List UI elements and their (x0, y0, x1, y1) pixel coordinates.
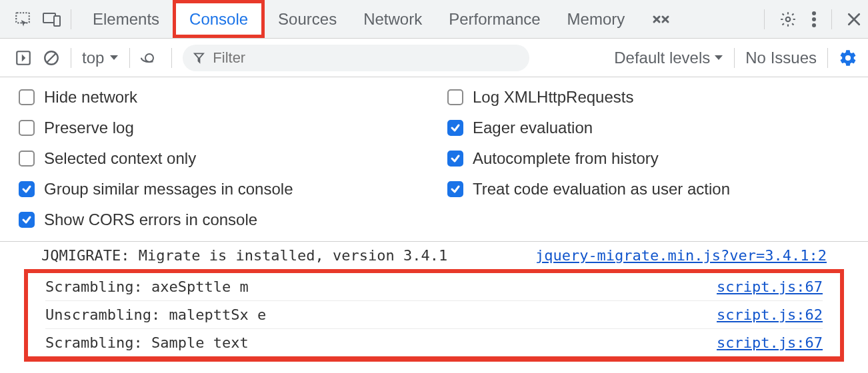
inspect-icon[interactable] (12, 9, 33, 30)
checkbox-label: Group similar messages in console (44, 180, 293, 198)
checkbox-icon (447, 89, 463, 105)
more-menu-icon[interactable] (811, 11, 817, 28)
log-source-link[interactable]: script.js:67 (717, 278, 823, 295)
checkbox-icon (447, 120, 463, 136)
clear-console-icon[interactable] (43, 49, 60, 67)
checkbox-label: Treat code evaluation as user action (473, 180, 730, 198)
checkbox-option[interactable]: Preserve log (19, 119, 421, 137)
checkbox-icon (19, 120, 35, 136)
checkbox-label: Log XMLHttpRequests (473, 88, 633, 107)
devtools-topbar: Elements Console Sources Network Perform… (0, 0, 868, 39)
tab-elements[interactable]: Elements (79, 0, 173, 38)
panel-tabs: Elements Console Sources Network Perform… (79, 0, 759, 38)
chevron-down-icon (109, 55, 119, 61)
checkbox-label: Preserve log (44, 119, 134, 137)
log-message: JQMIGRATE: Migrate is installed, version… (41, 247, 447, 264)
checkbox-label: Eager evaluation (473, 119, 593, 137)
tab-memory[interactable]: Memory (554, 0, 639, 38)
tab-console[interactable]: Console (173, 0, 265, 38)
console-settings-panel: Hide networkPreserve logSelected context… (0, 77, 868, 242)
log-row: Scrambling: Sample textscript.js:67 (45, 328, 823, 356)
context-picker[interactable]: top (82, 49, 119, 67)
checkbox-icon (19, 181, 35, 197)
settings-gear-icon[interactable] (779, 11, 797, 28)
checkbox-option[interactable]: Log XMLHttpRequests (447, 88, 849, 107)
checkbox-icon (447, 181, 463, 197)
tab-performance[interactable]: Performance (435, 0, 553, 38)
svg-point-4 (812, 11, 816, 15)
checkbox-option[interactable]: Selected context only (19, 149, 421, 168)
log-source-link[interactable]: script.js:67 (717, 334, 823, 351)
checkbox-option[interactable]: Hide network (19, 88, 421, 107)
log-levels-label: Default levels (614, 49, 710, 67)
topbar-right (764, 9, 861, 29)
svg-point-5 (812, 17, 816, 21)
svg-rect-2 (54, 16, 60, 26)
toggle-sidebar-icon[interactable] (15, 49, 32, 67)
context-label: top (82, 49, 104, 67)
svg-point-6 (812, 23, 816, 27)
log-message: Scrambling: axeSpttle m (45, 278, 249, 295)
checkbox-option[interactable]: Autocomplete from history (447, 149, 849, 168)
separator (129, 48, 130, 68)
log-row: Scrambling: axeSpttle mscript.js:67 (45, 273, 823, 300)
checkbox-option[interactable]: Eager evaluation (447, 119, 849, 137)
console-log-area: JQMIGRATE: Migrate is installed, version… (0, 242, 868, 362)
filter-icon (193, 52, 205, 64)
log-row: JQMIGRATE: Migrate is installed, version… (41, 242, 827, 269)
separator (171, 48, 172, 68)
log-source-link[interactable]: script.js:62 (717, 306, 823, 323)
log-message: Scrambling: Sample text (45, 334, 249, 351)
console-settings-gear-icon[interactable] (839, 49, 857, 67)
checkbox-icon (447, 151, 463, 167)
checkbox-label: Autocomplete from history (473, 149, 659, 168)
checkbox-icon (19, 151, 35, 167)
tab-network[interactable]: Network (350, 0, 435, 38)
separator (831, 9, 832, 29)
log-row: Unscrambling: malepttSx escript.js:62 (45, 300, 823, 328)
separator (827, 48, 828, 68)
separator (71, 9, 71, 29)
live-expression-icon[interactable] (141, 51, 161, 65)
svg-point-9 (145, 54, 153, 62)
tab-sources[interactable]: Sources (265, 0, 350, 38)
separator (71, 48, 71, 68)
checkbox-option[interactable]: Show CORS errors in console (19, 210, 421, 229)
log-message: Unscrambling: malepttSx e (45, 306, 266, 323)
filter-box[interactable] (183, 45, 529, 71)
checkbox-option[interactable]: Group similar messages in console (19, 180, 421, 198)
issues-button[interactable]: No Issues (745, 49, 817, 67)
log-source-link[interactable]: jquery-migrate.min.js?ver=3.4.1:2 (535, 247, 827, 264)
highlighted-log-rows: Scrambling: axeSpttle mscript.js:67Unscr… (24, 269, 844, 362)
console-toolbar: top Default levels No Issues (0, 39, 868, 77)
checkbox-icon (19, 212, 35, 228)
separator (734, 48, 735, 68)
checkbox-icon (19, 89, 35, 105)
checkbox-label: Hide network (44, 88, 137, 107)
separator (764, 9, 765, 29)
tabs-overflow-icon[interactable] (638, 0, 685, 38)
svg-point-10 (141, 54, 157, 62)
close-devtools-icon[interactable] (847, 12, 861, 27)
checkbox-label: Selected context only (44, 149, 196, 168)
checkbox-option[interactable]: Treat code evaluation as user action (447, 180, 849, 198)
chevron-down-icon (714, 55, 723, 61)
log-levels-picker[interactable]: Default levels (614, 49, 723, 67)
filter-input[interactable] (213, 49, 519, 67)
svg-point-3 (786, 17, 791, 21)
checkbox-label: Show CORS errors in console (44, 210, 257, 229)
device-toolbar-icon[interactable] (41, 9, 63, 30)
